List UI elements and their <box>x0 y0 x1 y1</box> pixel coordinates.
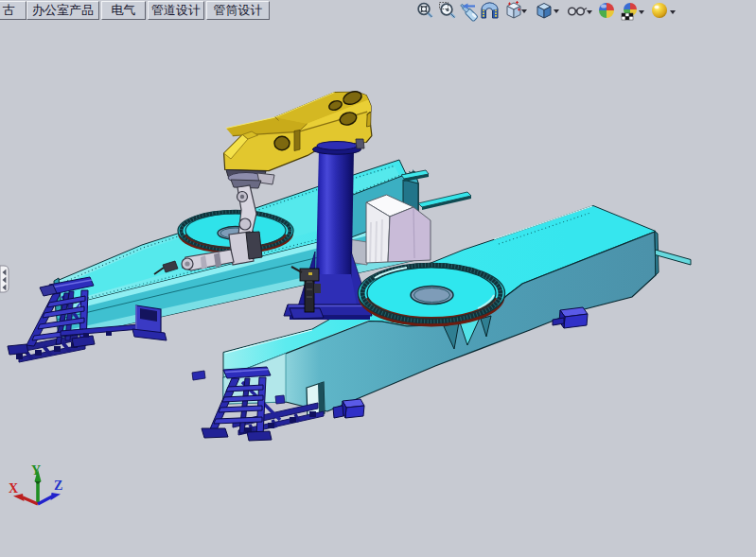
svg-text:Z: Z <box>54 479 62 493</box>
svg-text:X: X <box>9 481 18 496</box>
svg-text:Y: Y <box>31 463 41 478</box>
